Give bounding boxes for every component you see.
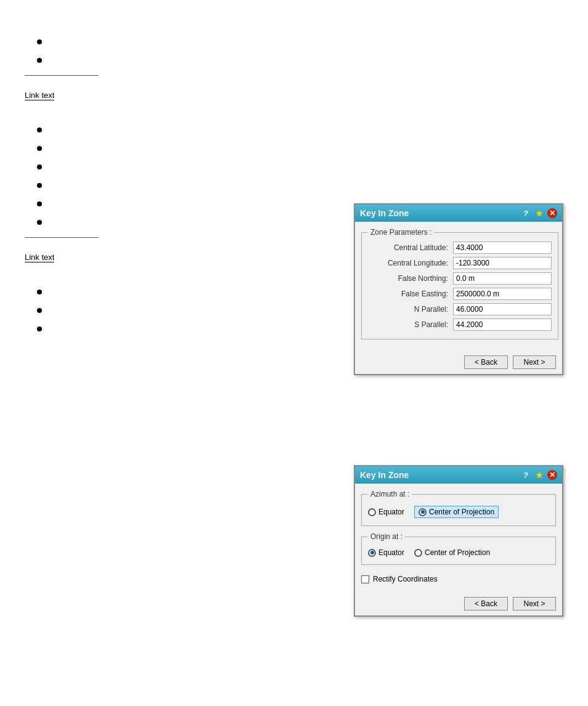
false-northing-row: False Northing: [368,272,552,285]
list-item [25,181,329,188]
dialog-title-2: Key In Zone [360,470,520,480]
list-item [25,199,329,206]
bullet-icon [37,164,42,169]
titlebar-icons: ? ★ ✕ [520,208,557,219]
dialog-footer: < Back Next > [355,352,562,374]
page-content: Link text Key In Zone ? ★ ✕ Zone Paramet… [0,0,588,381]
titlebar-icons-2: ? ★ ✕ [520,469,557,481]
dialog-body-2: Azimuth at : Equator Center of Projectio… [355,484,562,593]
azimuth-center-radio[interactable] [419,508,427,516]
zone-params-legend: Zone Parameters : [368,228,434,237]
s-parallel-label: S Parallel: [368,320,448,329]
azimuth-equator-option[interactable]: Equator [368,508,404,516]
key-in-zone-dialog-2: Key In Zone ? ★ ✕ Azimuth at : Equator [354,465,563,617]
bullet-icon [37,308,42,313]
help-icon-2[interactable]: ? [520,469,531,481]
origin-equator-radio[interactable] [368,549,376,557]
dialog-footer-2: < Back Next > [355,593,562,615]
star-icon[interactable]: ★ [534,208,545,219]
s-parallel-input[interactable] [453,319,552,331]
false-easting-label: False Easting: [368,290,448,298]
false-easting-row: False Easting: [368,288,552,300]
azimuth-legend: Azimuth at : [368,490,412,498]
next-button[interactable]: Next > [513,355,556,369]
section-link-2[interactable]: Link text [25,253,54,262]
bullet-icon [37,201,42,206]
bullet-icon [37,183,42,188]
close-icon-2[interactable]: ✕ [547,470,557,480]
azimuth-radio-group: Equator Center of Projection [368,503,549,521]
origin-group: Origin at : Equator Center of Projection [361,532,556,565]
zone-params-group: Zone Parameters : Central Latitude: Cent… [361,228,558,339]
central-latitude-input[interactable] [453,241,552,254]
dialog-body: Zone Parameters : Central Latitude: Cent… [355,222,562,352]
list-item [25,55,563,63]
section-link[interactable]: Link text [25,91,54,100]
list-item [25,162,329,169]
bullet-icon [37,39,42,44]
origin-center-option[interactable]: Center of Projection [414,548,490,557]
bullet-icon [37,128,42,132]
help-icon[interactable]: ? [520,208,531,219]
n-parallel-input[interactable] [453,303,552,315]
list-item [25,125,329,132]
origin-legend: Origin at : [368,532,405,541]
rectify-checkbox[interactable] [361,575,369,583]
central-longitude-input[interactable] [453,257,552,269]
azimuth-equator-label: Equator [378,508,404,516]
list-item [25,217,329,225]
list-item [25,287,329,294]
star-icon-2[interactable]: ★ [534,469,545,481]
bullet-icon [37,327,42,331]
key-in-zone-dialog-1: Key In Zone ? ★ ✕ Zone Parameters : Cent… [354,203,563,375]
central-latitude-label: Central Latitude: [368,243,448,252]
central-latitude-row: Central Latitude: [368,241,552,254]
divider-2 [25,237,99,238]
bullet-icon [37,58,42,63]
list-item [25,306,329,313]
origin-center-label: Center of Projection [425,548,490,557]
next-button-2[interactable]: Next > [513,597,556,611]
false-northing-input[interactable] [453,272,552,285]
origin-center-radio[interactable] [414,549,422,557]
bullet-icon [37,146,42,151]
s-parallel-row: S Parallel: [368,319,552,331]
central-longitude-label: Central Longitude: [368,259,448,267]
azimuth-equator-radio[interactable] [368,508,376,516]
back-button-2[interactable]: < Back [464,597,508,611]
n-parallel-label: N Parallel: [368,305,448,314]
n-parallel-row: N Parallel: [368,303,552,315]
dialog-titlebar-2: Key In Zone ? ★ ✕ [355,466,562,484]
dialog-box-2: Key In Zone ? ★ ✕ Azimuth at : Equator [354,465,563,617]
divider [25,75,99,76]
origin-radio-group: Equator Center of Projection [368,546,549,559]
dialog-titlebar: Key In Zone ? ★ ✕ [355,205,562,222]
back-button[interactable]: < Back [464,355,508,369]
central-longitude-row: Central Longitude: [368,257,552,269]
origin-equator-option[interactable]: Equator [368,548,404,557]
azimuth-center-label: Center of Projection [429,508,494,516]
azimuth-center-option[interactable]: Center of Projection [414,506,499,518]
dialog-title: Key In Zone [360,208,520,218]
azimuth-group: Azimuth at : Equator Center of Projectio… [361,490,556,526]
rectify-label: Rectify Coordinates [373,575,438,583]
dialog-box: Key In Zone ? ★ ✕ Zone Parameters : Cent… [354,203,563,375]
bullet-icon [37,290,42,294]
bullet-icon [37,220,42,225]
list-item [25,144,329,151]
top-bullet-section [25,37,563,63]
close-icon[interactable]: ✕ [547,208,557,218]
false-easting-input[interactable] [453,288,552,300]
list-item [25,37,563,44]
list-item [25,324,329,331]
false-northing-label: False Northing: [368,274,448,283]
origin-equator-label: Equator [378,548,404,557]
rectify-row: Rectify Coordinates [361,571,556,587]
